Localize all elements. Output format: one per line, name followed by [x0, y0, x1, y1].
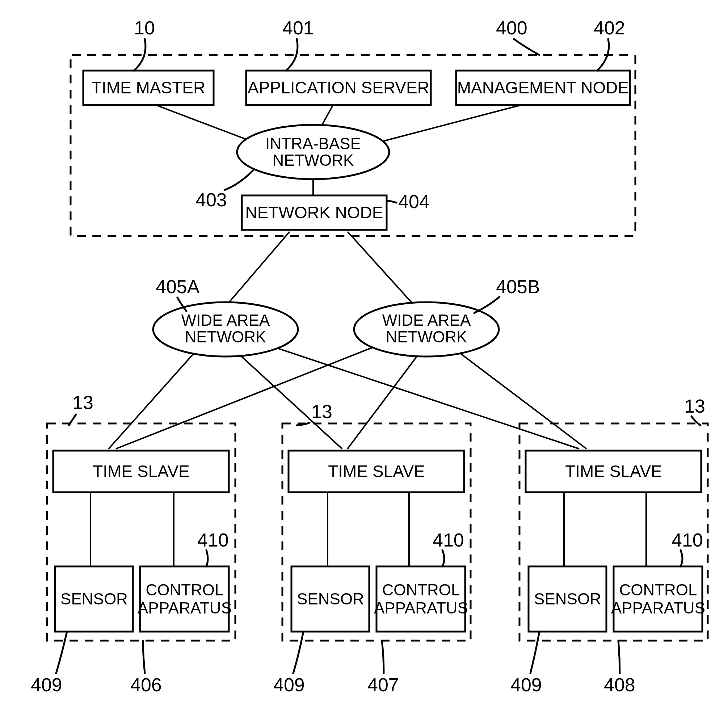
slave3-sensor-label: SENSOR: [534, 590, 601, 608]
ref-401: 401: [282, 17, 314, 38]
intra-base-l1: INTRA-BASE: [266, 135, 361, 153]
slave3-timeslave-label: TIME SLAVE: [565, 462, 662, 481]
slave2-control-l1: CONTROL: [382, 581, 460, 599]
ref-410a: 410: [197, 529, 229, 551]
ref-410b: 410: [433, 529, 464, 551]
wan-a-l2: NETWORK: [185, 328, 266, 346]
ref-13b: 13: [311, 401, 332, 422]
ref-10: 10: [134, 17, 155, 38]
ref-409a: 409: [31, 674, 62, 695]
ref-403: 403: [195, 189, 227, 210]
ref-13c: 13: [684, 396, 705, 416]
svg-line-10: [348, 348, 424, 449]
ref-402: 402: [594, 17, 625, 38]
svg-line-4: [224, 232, 290, 308]
slave3-control-l2: APPARATUS: [611, 599, 705, 617]
wan-b-l2: NETWORK: [386, 328, 467, 346]
ref-405a: 405A: [156, 276, 200, 297]
network-diagram: TIME MASTER APPLICATION SERVER MANAGEMEN…: [0, 0, 728, 717]
slave2-sensor-label: SENSOR: [297, 590, 364, 608]
slave3-control-l1: CONTROL: [619, 581, 697, 599]
slave1-sensor-label: SENSOR: [61, 590, 128, 608]
wan-b-l1: WIDE AREA: [382, 311, 471, 329]
slave2-control-l2: APPARATUS: [374, 599, 468, 617]
slave1-control-l2: APPARATUS: [137, 599, 232, 617]
network-node-label: NETWORK NODE: [246, 203, 383, 222]
app-server-label: APPLICATION SERVER: [247, 78, 429, 97]
svg-line-7: [232, 348, 342, 449]
ref-400: 400: [496, 17, 527, 38]
wan-a-l1: WIDE AREA: [182, 311, 270, 329]
ref-406: 406: [130, 674, 162, 695]
ref-409c: 409: [510, 674, 542, 695]
ref-405b: 405B: [496, 276, 540, 297]
ref-410c: 410: [672, 529, 703, 551]
slave2-timeslave-label: TIME SLAVE: [328, 462, 425, 481]
ref-409b: 409: [273, 674, 305, 695]
slave1-timeslave-label: TIME SLAVE: [93, 462, 190, 481]
svg-line-0: [156, 105, 261, 145]
time-master-label: TIME MASTER: [92, 78, 205, 97]
slave1-control-l1: CONTROL: [145, 581, 223, 599]
ref-404: 404: [398, 191, 430, 212]
ref-407: 407: [368, 674, 399, 695]
mgmt-node-label: MANAGEMENT NODE: [457, 78, 629, 97]
ref-408: 408: [604, 674, 635, 695]
intra-base-l2: NETWORK: [273, 151, 354, 169]
svg-line-11: [453, 348, 586, 449]
svg-line-2: [369, 105, 521, 145]
svg-line-5: [348, 232, 416, 308]
ref-13a: 13: [72, 392, 93, 413]
